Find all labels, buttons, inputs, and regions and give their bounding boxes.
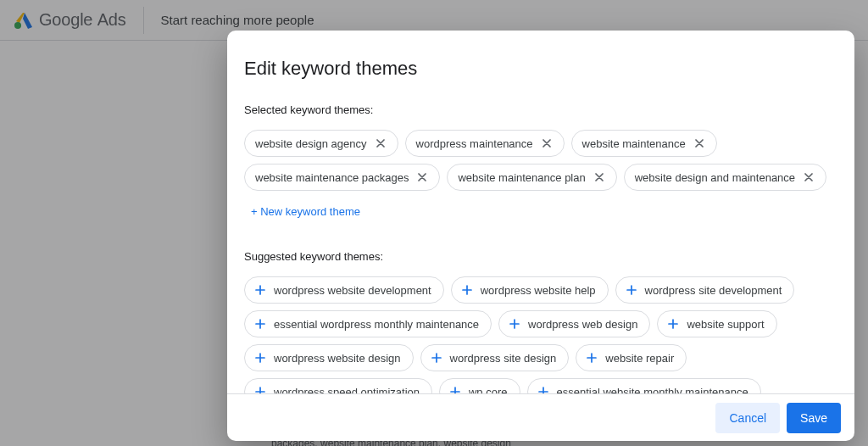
chip-label: wordpress maintenance <box>416 137 533 150</box>
chip-label: website maintenance plan <box>458 171 585 184</box>
dialog-body: Edit keyword themes Selected keyword the… <box>227 31 854 393</box>
selected-themes-list: website design agencywordpress maintenan… <box>244 130 837 225</box>
save-button[interactable]: Save <box>787 403 841 433</box>
chip-label: website repair <box>605 352 674 365</box>
chip-label: website maintenance <box>582 137 686 150</box>
chip-label: website design and maintenance <box>635 171 795 184</box>
dialog-footer: Cancel Save <box>227 393 854 441</box>
suggested-keyword-chip[interactable]: essential website monthly maintenance <box>527 378 761 393</box>
suggested-themes-list: wordpress website developmentwordpress w… <box>244 276 837 393</box>
suggested-keyword-chip[interactable]: essential wordpress monthly maintenance <box>244 310 492 337</box>
plus-icon <box>253 283 267 297</box>
chip-label: website maintenance packages <box>255 171 409 184</box>
plus-icon <box>625 283 638 297</box>
chip-label: wordpress website help <box>481 284 596 297</box>
remove-chip-icon[interactable] <box>802 170 815 184</box>
chip-label: essential wordpress monthly maintenance <box>274 318 479 331</box>
selected-keyword-chip: wordpress maintenance <box>405 130 565 157</box>
suggested-keyword-chip[interactable]: wordpress website development <box>244 276 444 304</box>
new-keyword-theme-button[interactable]: + New keyword theme <box>244 198 367 225</box>
chip-label: essential website monthly maintenance <box>557 386 748 394</box>
remove-chip-icon[interactable] <box>693 137 706 150</box>
cancel-button[interactable]: Cancel <box>715 403 780 433</box>
plus-icon <box>508 317 521 331</box>
plus-icon <box>666 317 680 331</box>
suggested-keyword-chip[interactable]: wordpress speed optimization <box>244 378 432 393</box>
selected-keyword-chip: website design agency <box>244 130 398 157</box>
selected-keyword-chip: website maintenance plan <box>447 164 616 191</box>
plus-icon <box>253 385 267 393</box>
selected-themes-label: Selected keyword themes: <box>244 103 837 116</box>
chip-label: wordpress website design <box>274 352 401 365</box>
dialog-title: Edit keyword themes <box>244 58 837 80</box>
remove-chip-icon[interactable] <box>415 170 429 184</box>
plus-icon <box>253 351 267 365</box>
suggested-keyword-chip[interactable]: wordpress website help <box>451 276 609 304</box>
suggested-themes-label: Suggested keyword themes: <box>244 250 837 263</box>
remove-chip-icon[interactable] <box>593 170 606 184</box>
suggested-keyword-chip[interactable]: website support <box>657 310 776 337</box>
plus-icon <box>430 351 443 365</box>
suggested-keyword-chip[interactable]: wordpress site development <box>615 276 795 304</box>
suggested-keyword-chip[interactable]: wordpress website design <box>244 344 414 371</box>
chip-label: wordpress site development <box>645 284 782 297</box>
plus-icon <box>448 385 462 393</box>
chip-label: website support <box>687 318 764 331</box>
remove-chip-icon[interactable] <box>540 137 554 150</box>
suggested-keyword-chip[interactable]: wp core <box>439 378 520 393</box>
chip-label: wordpress web design <box>528 318 637 331</box>
suggested-keyword-chip[interactable]: wordpress web design <box>498 310 650 337</box>
chip-label: wordpress website development <box>274 284 431 297</box>
chip-label: wordpress speed optimization <box>274 386 420 394</box>
plus-icon <box>585 351 598 365</box>
selected-keyword-chip: website maintenance <box>571 130 717 157</box>
selected-keyword-chip: website design and maintenance <box>624 164 826 191</box>
edit-keyword-themes-dialog: Edit keyword themes Selected keyword the… <box>227 31 854 441</box>
selected-keyword-chip: website maintenance packages <box>244 164 440 191</box>
chip-label: wp core <box>469 386 508 394</box>
suggested-keyword-chip[interactable]: wordpress site design <box>420 344 570 371</box>
chip-label: website design agency <box>255 137 367 150</box>
chip-label: wordpress site design <box>450 352 557 365</box>
plus-icon <box>537 385 550 393</box>
remove-chip-icon[interactable] <box>374 137 387 150</box>
plus-icon <box>253 317 267 331</box>
suggested-keyword-chip[interactable]: website repair <box>576 344 687 371</box>
plus-icon <box>460 283 474 297</box>
